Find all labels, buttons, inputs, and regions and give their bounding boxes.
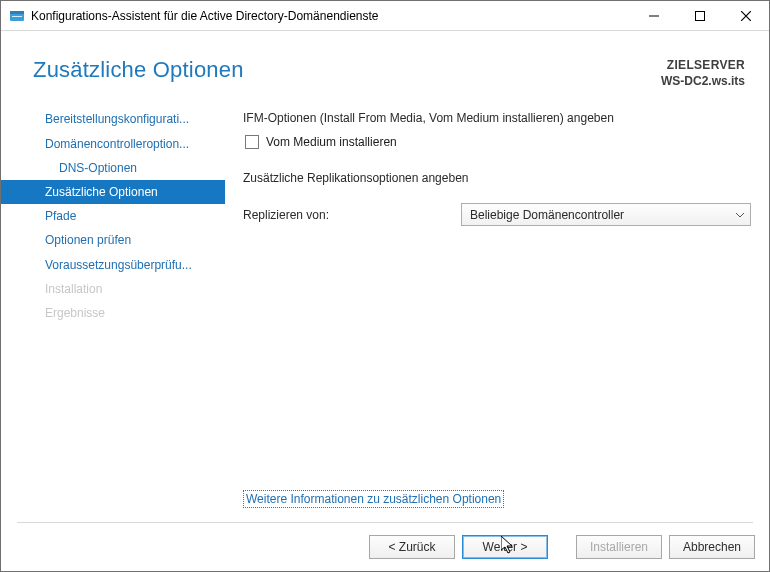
nav-item-4[interactable]: Pfade bbox=[1, 204, 225, 228]
close-button[interactable] bbox=[723, 1, 769, 31]
replicate-from-label: Replizieren von: bbox=[243, 208, 453, 222]
ifm-checkbox-label: Vom Medium installieren bbox=[266, 135, 397, 149]
target-server-label: ZIELSERVER bbox=[661, 57, 745, 73]
page-title: Zusätzliche Optionen bbox=[33, 57, 244, 83]
replicate-from-select[interactable]: Beliebige Domänencontroller bbox=[461, 203, 751, 226]
replication-section-label: Zusätzliche Replikationsoptionen angeben bbox=[243, 171, 753, 185]
header: Zusätzliche Optionen ZIELSERVER WS-DC2.w… bbox=[1, 31, 769, 103]
titlebar: Konfigurations-Assistent für die Active … bbox=[1, 1, 769, 31]
next-button[interactable]: Weiter > bbox=[462, 535, 548, 559]
replicate-from-row: Replizieren von: Beliebige Domänencontro… bbox=[243, 203, 753, 226]
ifm-checkbox[interactable] bbox=[245, 135, 259, 149]
nav-item-0[interactable]: Bereitstellungskonfigurati... bbox=[1, 107, 225, 131]
svg-rect-2 bbox=[12, 16, 22, 17]
app-icon bbox=[9, 8, 25, 24]
back-button[interactable]: < Zurück bbox=[369, 535, 455, 559]
minimize-button[interactable] bbox=[631, 1, 677, 31]
cancel-button[interactable]: Abbrechen bbox=[669, 535, 755, 559]
svg-rect-1 bbox=[10, 11, 24, 14]
svg-rect-3 bbox=[649, 15, 659, 16]
maximize-button[interactable] bbox=[677, 1, 723, 31]
ifm-section-label: IFM-Optionen (Install From Media, Vom Me… bbox=[243, 111, 753, 125]
nav-item-7: Installation bbox=[1, 277, 225, 301]
svg-rect-4 bbox=[696, 11, 705, 20]
nav-item-1[interactable]: Domänencontrolleroption... bbox=[1, 132, 225, 156]
footer: < Zurück Weiter > Installieren Abbrechen bbox=[1, 523, 769, 571]
content-pane: IFM-Optionen (Install From Media, Vom Me… bbox=[225, 103, 769, 518]
nav-item-5[interactable]: Optionen prüfen bbox=[1, 228, 225, 252]
more-link-wrap: Weitere Informationen zu zusätzlichen Op… bbox=[243, 490, 753, 518]
replicate-from-value: Beliebige Domänencontroller bbox=[470, 208, 624, 222]
nav-item-3[interactable]: Zusätzliche Optionen bbox=[1, 180, 225, 204]
more-info-link[interactable]: Weitere Informationen zu zusätzlichen Op… bbox=[243, 490, 504, 508]
window-title: Konfigurations-Assistent für die Active … bbox=[31, 9, 631, 23]
install-button: Installieren bbox=[576, 535, 662, 559]
wizard-window: Konfigurations-Assistent für die Active … bbox=[0, 0, 770, 572]
body: Bereitstellungskonfigurati...Domänencont… bbox=[1, 103, 769, 518]
wizard-nav: Bereitstellungskonfigurati...Domänencont… bbox=[1, 103, 225, 518]
nav-item-6[interactable]: Voraussetzungsüberprüfu... bbox=[1, 253, 225, 277]
chevron-down-icon bbox=[736, 211, 744, 219]
target-server-name: WS-DC2.ws.its bbox=[661, 73, 745, 89]
nav-item-2[interactable]: DNS-Optionen bbox=[1, 156, 225, 180]
nav-item-8: Ergebnisse bbox=[1, 301, 225, 325]
target-server-block: ZIELSERVER WS-DC2.ws.its bbox=[661, 57, 745, 89]
ifm-checkbox-row[interactable]: Vom Medium installieren bbox=[245, 135, 753, 149]
